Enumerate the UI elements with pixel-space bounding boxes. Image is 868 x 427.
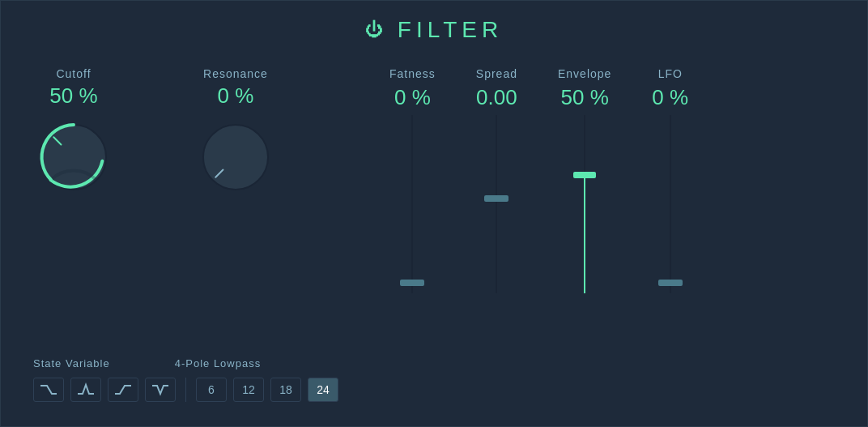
panel-title: ⏻ FILTER <box>33 17 835 43</box>
bottom-section: State Variable 4-Pole Lowpass <box>33 357 338 402</box>
notch-icon <box>151 382 170 397</box>
shape-highpass-button[interactable] <box>108 378 138 402</box>
bottom-labels: State Variable 4-Pole Lowpass <box>33 357 338 369</box>
resonance-label: Resonance <box>203 67 268 80</box>
lfo-value: 0 % <box>652 85 688 110</box>
cutoff-knob-svg <box>33 117 114 198</box>
resonance-knob-svg <box>195 117 276 198</box>
cutoff-label: Cutoff <box>56 67 91 80</box>
svg-point-2 <box>203 125 268 190</box>
shape-bandpass-button[interactable] <box>70 378 101 402</box>
title-text: FILTER <box>398 17 503 43</box>
resonance-value: 0 % <box>218 83 254 109</box>
fatness-slider[interactable] <box>400 115 424 293</box>
sliders-area: Fatness 0 % Spread 0.00 Envelope 50 <box>389 67 688 293</box>
main-content: Cutoff 50 % <box>33 67 835 293</box>
resonance-knob[interactable] <box>195 117 276 198</box>
spread-label: Spread <box>476 67 517 80</box>
highpass-icon <box>113 382 133 397</box>
spread-value: 0.00 <box>476 85 517 110</box>
spread-thumb[interactable] <box>484 195 508 202</box>
knobs-section: Cutoff 50 % <box>33 67 325 198</box>
shape-lowpass-button[interactable] <box>33 378 64 402</box>
cutoff-value: 50 % <box>49 83 97 109</box>
envelope-label: Envelope <box>558 67 611 80</box>
shape-pole-divider <box>185 378 186 402</box>
lfo-slider[interactable] <box>658 115 683 293</box>
shape-notch-button[interactable] <box>145 378 176 402</box>
fatness-thumb[interactable] <box>400 280 424 286</box>
fatness-section: Fatness 0 % <box>389 67 436 293</box>
pole-18-button[interactable]: 18 <box>270 378 301 402</box>
envelope-slider[interactable] <box>572 115 597 293</box>
lfo-thumb[interactable] <box>658 280 683 286</box>
envelope-value: 50 % <box>561 85 609 110</box>
pole-24-button[interactable]: 24 <box>308 378 338 402</box>
envelope-thumb[interactable] <box>573 172 596 178</box>
spread-section: Spread 0.00 <box>476 67 517 293</box>
bandpass-icon <box>76 382 96 397</box>
pole-6-button[interactable]: 6 <box>196 378 227 402</box>
cutoff-section: Cutoff 50 % <box>33 67 114 198</box>
fatness-label: Fatness <box>389 67 436 80</box>
bottom-controls: 6 12 18 24 <box>33 378 338 402</box>
fatness-value: 0 % <box>394 85 431 110</box>
lowpass-icon <box>39 382 58 397</box>
cutoff-knob[interactable] <box>33 117 114 198</box>
state-variable-label: State Variable <box>33 357 110 369</box>
resonance-section: Resonance 0 % <box>195 67 276 198</box>
filter-panel: ⏻ FILTER Cutoff 50 % <box>0 0 868 427</box>
envelope-section: Envelope 50 % <box>558 67 611 293</box>
pole-12-button[interactable]: 12 <box>233 378 264 402</box>
lfo-label: LFO <box>658 67 683 80</box>
lfo-section: LFO 0 % <box>652 67 688 293</box>
pole-lowpass-label: 4-Pole Lowpass <box>175 357 262 369</box>
spread-slider[interactable] <box>484 115 508 293</box>
power-icon[interactable]: ⏻ <box>365 19 388 41</box>
